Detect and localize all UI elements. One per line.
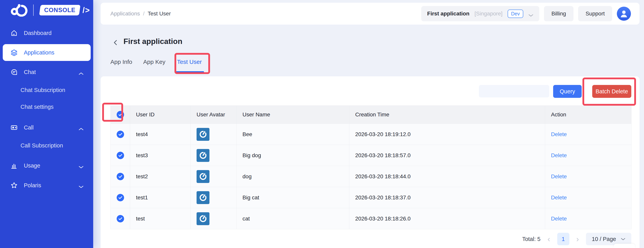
pagination-prev-button[interactable]: ‹ [546, 235, 551, 243]
pagination: Total: 5 ‹ 1 › 10 / Page [522, 233, 631, 245]
delete-link[interactable]: Delete [551, 195, 567, 201]
column-header-user-avatar: User Avatar [191, 106, 236, 124]
tab-app-info[interactable]: App Info [110, 59, 132, 65]
user-avatar-image [196, 149, 210, 162]
tab-app-key[interactable]: App Key [143, 59, 165, 65]
sidebar-item-usage[interactable]: Usage [0, 158, 93, 174]
back-button[interactable] [111, 38, 120, 47]
row-checkbox[interactable] [117, 215, 124, 223]
row-checkbox[interactable] [117, 194, 124, 201]
page-size-label: 10 / Page [592, 236, 616, 242]
breadcrumb: Applications / Test User [110, 10, 171, 17]
cell-user-name: dog [236, 166, 349, 187]
sidebar-item-polaris[interactable]: Polaris [0, 177, 93, 193]
logo-divider [33, 4, 34, 16]
table-row: test1 Big cat 2026-03-20 18:18:37.0 Dele… [110, 187, 631, 208]
sidebar-item-call[interactable]: Call [0, 120, 93, 136]
sidebar-item-label: Polaris [24, 182, 41, 189]
chevron-up-icon [78, 126, 84, 129]
cell-creation-time: 2026-03-20 18:19:12.0 [349, 124, 545, 145]
env-badge: Dev [508, 9, 523, 18]
tab-test-user[interactable]: Test User [177, 59, 202, 65]
row-checkbox[interactable] [117, 131, 124, 138]
sidebar-item-applications[interactable]: Applications [3, 44, 91, 61]
cell-user-name: Bee [236, 124, 349, 145]
pagination-page-1[interactable]: 1 [557, 233, 569, 245]
star-icon [10, 181, 18, 189]
sidebar: CONSOLE /> Dashboard Applications [0, 0, 93, 248]
delete-link[interactable]: Delete [551, 173, 567, 180]
search-input[interactable] [479, 85, 549, 97]
content-panel: Query Batch Delete User ID User Avatar U… [100, 76, 640, 248]
sidebar-item-dashboard[interactable]: Dashboard [0, 25, 93, 41]
query-button[interactable]: Query [553, 85, 582, 98]
cell-user-name: Big cat [236, 187, 349, 208]
user-avatar-image [196, 212, 210, 225]
console-badge: CONSOLE [39, 5, 80, 15]
chevron-down-icon [621, 238, 626, 241]
cell-user-name: Big dog [236, 145, 349, 166]
sidebar-item-call-subscription[interactable]: Call Subscription [0, 137, 93, 154]
brand-mark-icon [10, 4, 28, 16]
app-switcher[interactable]: First application [Singapore] Dev [421, 6, 539, 21]
floating-widget[interactable] [614, 244, 635, 248]
column-header-user-id: User ID [130, 106, 191, 124]
app-switcher-name: First application [427, 10, 469, 17]
chevron-down-icon [78, 164, 84, 167]
sidebar-item-chat[interactable]: Chat [0, 64, 93, 80]
chevron-up-icon [78, 70, 84, 74]
sidebar-item-label: Applications [24, 49, 54, 56]
batch-delete-button[interactable]: Batch Delete [592, 85, 631, 98]
sidebar-item-label: Dashboard [24, 30, 52, 36]
cell-user-id: test4 [130, 124, 191, 145]
cell-user-name: cat [236, 208, 349, 229]
sidebar-item-chat-settings[interactable]: Chat settings [0, 99, 93, 115]
pagination-total: Total: 5 [522, 236, 541, 242]
column-header-creation-time: Creation Time [349, 106, 545, 124]
chat-bubble-icon [10, 68, 18, 76]
sidebar-item-label: Call Subscription [20, 142, 63, 149]
billing-button[interactable]: Billing [544, 6, 574, 21]
breadcrumb-current: Test User [148, 10, 171, 17]
table-row: test cat 2026-03-20 18:18:26.0 Delete [110, 208, 631, 229]
layers-icon [10, 49, 18, 56]
table-row: test3 Big dog 2026-03-20 18:18:57.0 Dele… [110, 145, 631, 166]
delete-link[interactable]: Delete [551, 216, 567, 222]
table-header-row: User ID User Avatar User Name Creation T… [110, 106, 631, 124]
cell-user-id: test2 [130, 166, 191, 187]
app-switcher-region: [Singapore] [474, 10, 502, 17]
support-button[interactable]: Support [578, 6, 612, 21]
active-tab-underline [176, 71, 204, 73]
sidebar-item-label: Chat [24, 69, 36, 75]
bar-chart-icon [10, 162, 18, 170]
delete-link[interactable]: Delete [551, 131, 567, 137]
page-title: First application [124, 37, 182, 46]
cell-creation-time: 2026-03-20 18:18:26.0 [349, 208, 545, 229]
chevron-down-icon [528, 12, 534, 15]
cell-user-id: test1 [130, 187, 191, 208]
user-avatar-image [196, 128, 210, 141]
console-app: CONSOLE /> Dashboard Applications [0, 0, 644, 248]
breadcrumb-applications[interactable]: Applications [110, 10, 140, 17]
row-checkbox[interactable] [117, 173, 124, 180]
sidebar-item-label: Usage [24, 163, 40, 169]
person-icon [619, 8, 629, 19]
cell-creation-time: 2026-03-20 18:18:57.0 [349, 145, 545, 166]
brand-logo[interactable]: CONSOLE /> [0, 0, 93, 20]
breadcrumb-separator: / [143, 10, 144, 17]
user-avatar-image [196, 170, 210, 183]
cell-creation-time: 2026-03-20 18:18:37.0 [349, 187, 545, 208]
home-icon [10, 29, 18, 37]
delete-link[interactable]: Delete [551, 152, 567, 159]
user-avatar[interactable] [617, 7, 631, 21]
sidebar-item-chat-subscription[interactable]: Chat Subscription [0, 82, 93, 98]
top-bar-right: First application [Singapore] Dev Billin… [421, 6, 631, 21]
cell-user-id: test3 [130, 145, 191, 166]
row-checkbox[interactable] [117, 152, 124, 159]
top-bar: Applications / Test User First applicati… [100, 3, 640, 25]
test-user-table: User ID User Avatar User Name Creation T… [110, 105, 632, 229]
page-size-select[interactable]: 10 / Page [586, 233, 631, 245]
pagination-next-button[interactable]: › [575, 235, 580, 243]
sidebar-item-label: Chat settings [20, 104, 54, 110]
select-all-checkbox[interactable] [117, 111, 124, 118]
